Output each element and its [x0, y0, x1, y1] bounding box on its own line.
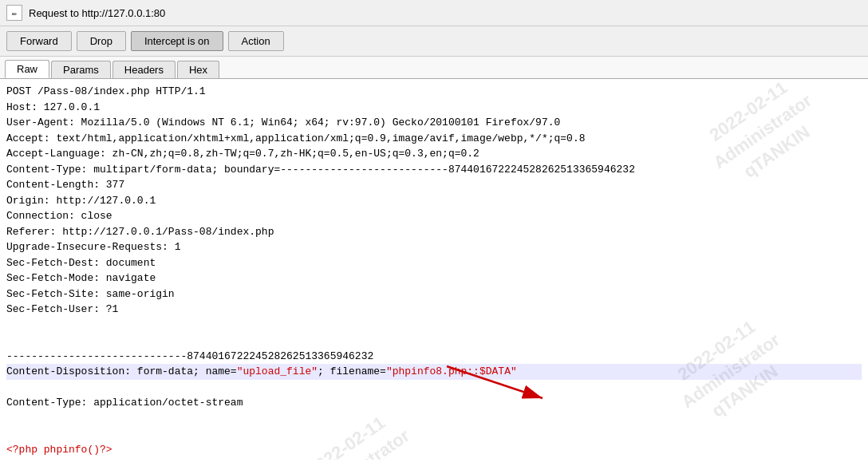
intercept-button[interactable]: Intercept is on [131, 31, 223, 51]
title-icon: ✏ [6, 5, 22, 21]
line-1: POST /Pass-08/index.php HTTP/1.1 Host: 1… [6, 85, 635, 362]
edit-icon: ✏ [12, 8, 18, 18]
title-text: Request to http://127.0.0.1:80 [29, 7, 165, 19]
request-content: POST /Pass-08/index.php HTTP/1.1 Host: 1… [6, 84, 862, 460]
content-area[interactable]: 2022-02-11AdministratorqTANKIN 2022-02-1… [0, 79, 868, 460]
tab-raw[interactable]: Raw [5, 60, 49, 78]
forward-button[interactable]: Forward [6, 31, 72, 51]
highlighted-line: Content-Disposition: form-data; name="up… [6, 364, 862, 380]
drop-button[interactable]: Drop [77, 31, 126, 51]
tab-headers[interactable]: Headers [112, 61, 176, 78]
tab-params[interactable]: Params [51, 61, 111, 78]
title-bar: ✏ Request to http://127.0.0.1:80 [0, 0, 868, 26]
action-button[interactable]: Action [228, 31, 284, 51]
content-type-line: Content-Type: application/octet-stream <… [6, 397, 373, 460]
toolbar: Forward Drop Intercept is on Action [0, 26, 868, 57]
tab-hex[interactable]: Hex [177, 61, 219, 78]
tabs-row: Raw Params Headers Hex [0, 57, 868, 79]
